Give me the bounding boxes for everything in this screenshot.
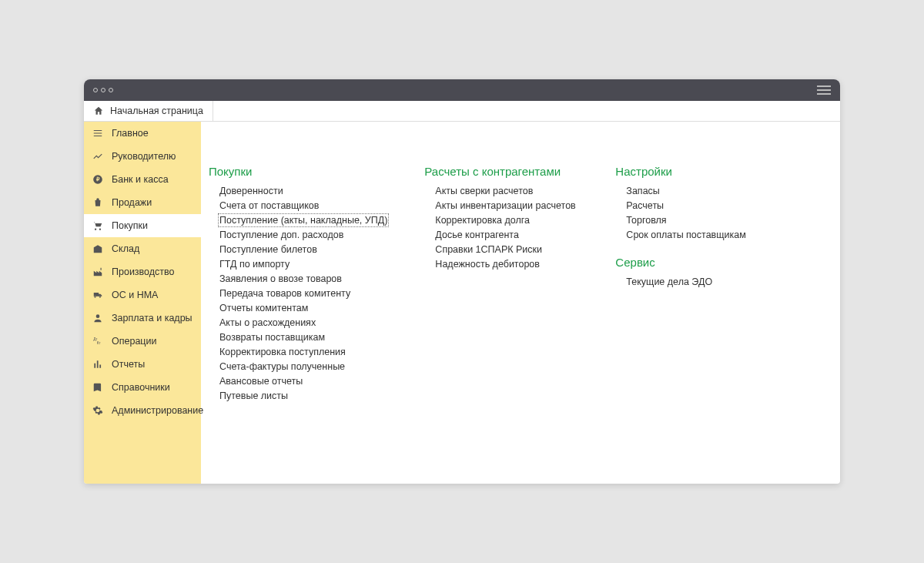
gear-icon xyxy=(92,404,104,417)
sidebar-item-bank[interactable]: ₽ Банк и касса xyxy=(84,168,201,191)
list-icon xyxy=(92,127,104,139)
link-item-receipts[interactable]: Поступление (акты, накладные, УПД) xyxy=(219,215,387,226)
sidebar-item-label: Зарплата и кадры xyxy=(112,313,192,324)
sidebar-item-label: Справочники xyxy=(112,382,170,394)
link-item[interactable]: Авансовые отчеты xyxy=(219,376,387,387)
sidebar-item-assets[interactable]: ОС и НМА xyxy=(84,283,201,307)
sidebar-item-label: ОС и НМА xyxy=(112,290,158,301)
link-list: Акты сверки расчетов Акты инвентаризации… xyxy=(424,186,578,270)
book-icon xyxy=(92,381,104,394)
sidebar-item-sales[interactable]: Продажи xyxy=(84,191,201,214)
sidebar-item-label: Отчеты xyxy=(112,359,145,370)
link-item[interactable]: Заявления о ввозе товаров xyxy=(219,273,387,284)
operations-icon: ДтКт xyxy=(92,335,104,347)
link-item[interactable]: ГТД по импорту xyxy=(219,259,387,270)
tabbar: Начальная страница xyxy=(84,101,840,122)
section-settlements: Расчеты с контрагентами Акты сверки расч… xyxy=(424,165,578,270)
link-item[interactable]: Доверенности xyxy=(219,186,387,196)
section-title: Расчеты с контрагентами xyxy=(424,165,578,178)
link-item[interactable]: Счета от поставщиков xyxy=(219,200,387,211)
link-list: Доверенности Счета от поставщиков Поступ… xyxy=(209,186,387,401)
link-item[interactable]: Отчеты комитентам xyxy=(219,303,387,313)
column-settlements: Расчеты с контрагентами Акты сверки расч… xyxy=(424,165,578,270)
link-item[interactable]: Передача товаров комитенту xyxy=(219,288,387,299)
sidebar-item-purchases[interactable]: Покупки xyxy=(84,214,201,237)
truck-icon xyxy=(92,289,104,301)
window-dot-icon xyxy=(109,88,113,92)
app-window: Начальная страница Главное Руководителю … xyxy=(84,79,840,484)
link-item[interactable]: Поступление билетов xyxy=(219,244,387,255)
home-icon xyxy=(93,106,104,116)
ruble-icon: ₽ xyxy=(92,173,104,186)
section-purchases: Покупки Доверенности Счета от поставщико… xyxy=(209,165,387,401)
column-purchases: Покупки Доверенности Счета от поставщико… xyxy=(209,165,387,401)
warehouse-icon xyxy=(92,243,104,255)
sidebar: Главное Руководителю ₽ Банк и касса Прод… xyxy=(84,122,201,484)
sidebar-item-production[interactable]: Производство xyxy=(84,260,201,283)
link-item[interactable]: Торговля xyxy=(626,215,769,226)
sidebar-item-label: Администрирование xyxy=(112,405,203,417)
tab-home[interactable]: Начальная страница xyxy=(84,101,213,121)
link-item[interactable]: Поступление доп. расходов xyxy=(219,230,387,240)
section-title: Настройки xyxy=(615,165,769,178)
link-item[interactable]: Срок оплаты поставщикам xyxy=(626,230,769,240)
factory-icon xyxy=(92,266,104,278)
sidebar-item-manager[interactable]: Руководителю xyxy=(84,145,201,168)
sidebar-item-label: Склад xyxy=(112,243,139,255)
section-service: Сервис Текущие дела ЭДО xyxy=(615,256,769,287)
tab-label: Начальная страница xyxy=(110,106,203,116)
link-list: Текущие дела ЭДО xyxy=(615,276,769,287)
link-item[interactable]: Акты сверки расчетов xyxy=(435,186,578,196)
link-item[interactable]: Досье контрагента xyxy=(435,230,578,240)
sidebar-item-operations[interactable]: ДтКт Операции xyxy=(84,330,201,353)
link-item[interactable]: Запасы xyxy=(626,186,769,196)
link-list: Запасы Расчеты Торговля Срок оплаты пост… xyxy=(615,186,769,240)
sidebar-item-label: Руководителю xyxy=(112,151,176,163)
sidebar-item-label: Продажи xyxy=(112,197,152,209)
menu-button[interactable] xyxy=(817,85,831,95)
window-controls[interactable] xyxy=(93,88,113,92)
link-item[interactable]: Акты о расхождениях xyxy=(219,317,387,328)
sidebar-item-label: Банк и касса xyxy=(112,174,169,186)
link-item[interactable]: Путевые листы xyxy=(219,390,387,401)
link-item[interactable]: Текущие дела ЭДО xyxy=(626,276,769,287)
window-dot-icon xyxy=(101,88,105,92)
section-title: Покупки xyxy=(209,165,387,178)
svg-point-2 xyxy=(96,314,100,318)
link-item[interactable]: Корректировка долга xyxy=(435,215,578,226)
bag-icon xyxy=(92,196,104,209)
section-settings: Настройки Запасы Расчеты Торговля Срок о… xyxy=(615,165,769,240)
chart-icon xyxy=(92,358,104,370)
person-icon xyxy=(92,312,104,324)
sidebar-item-reports[interactable]: Отчеты xyxy=(84,353,201,376)
sidebar-item-admin[interactable]: Администрирование xyxy=(84,399,201,422)
link-item[interactable]: Надежность дебиторов xyxy=(435,259,578,270)
content: Покупки Доверенности Счета от поставщико… xyxy=(201,122,840,484)
window-dot-icon xyxy=(93,88,98,92)
sidebar-item-label: Покупки xyxy=(112,220,148,232)
sidebar-item-directories[interactable]: Справочники xyxy=(84,376,201,399)
link-item[interactable]: Счета-фактуры полученные xyxy=(219,361,387,372)
sidebar-item-main[interactable]: Главное xyxy=(84,122,201,145)
link-item[interactable]: Акты инвентаризации расчетов xyxy=(435,200,578,211)
link-item[interactable]: Корректировка поступления xyxy=(219,347,387,357)
titlebar xyxy=(84,79,840,101)
trend-icon xyxy=(92,150,104,163)
sidebar-item-label: Производство xyxy=(112,266,175,278)
sidebar-item-salary[interactable]: Зарплата и кадры xyxy=(84,307,201,330)
sidebar-item-warehouse[interactable]: Склад xyxy=(84,237,201,260)
link-item[interactable]: Возвраты поставщикам xyxy=(219,332,387,343)
body: Главное Руководителю ₽ Банк и касса Прод… xyxy=(84,122,840,484)
sidebar-item-label: Главное xyxy=(112,128,149,139)
svg-text:Кт: Кт xyxy=(97,341,102,345)
cart-icon xyxy=(92,220,104,232)
link-item[interactable]: Расчеты xyxy=(626,200,769,211)
link-item[interactable]: Справки 1СПАРК Риски xyxy=(435,244,578,255)
sidebar-item-label: Операции xyxy=(112,336,156,347)
column-right: Настройки Запасы Расчеты Торговля Срок о… xyxy=(615,165,769,287)
section-title: Сервис xyxy=(615,256,769,269)
